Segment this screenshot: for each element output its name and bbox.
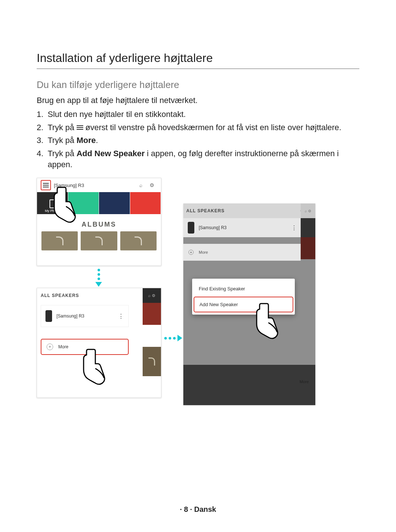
step-4: Tryk på Add New Speaker i appen, og følg… (37, 148, 359, 170)
tile-myphone-label: My Phone (45, 209, 60, 213)
step-1: Slut den nye højttaler til en stikkontak… (37, 109, 359, 120)
panel3-header: ALL SPEAKERS (186, 208, 300, 213)
step-3-pre: Tryk på (48, 136, 77, 145)
speaker-icon (188, 222, 194, 234)
albums-label: ALBUMS (37, 214, 161, 231)
step-2: Tryk på øverst til venstre på hovedskærm… (37, 122, 359, 133)
tile-red[interactable] (130, 192, 161, 214)
step-3-more: More (77, 136, 96, 145)
speaker-name: [Samsung] R3 (199, 225, 291, 230)
plus-icon: + (188, 250, 194, 255)
step-4-pre: Tryk på (48, 149, 77, 158)
hamburger-icon[interactable] (41, 180, 51, 190)
screenshot-speakerlist: ⌕ ⚙ ALL SPEAKERS Close [Samsung] R3 ⋮ + … (37, 288, 161, 398)
screenshot-popup: ⌕ ⚙ ALL SPEAKERS Close [Samsung] R3 ⋮ + … (183, 203, 315, 405)
menu-icon (77, 124, 83, 131)
app-title: [Samsung] R3 (51, 183, 139, 188)
plus-icon: + (47, 344, 53, 350)
panel2-header: ALL SPEAKERS (41, 293, 145, 298)
section-heading: Installation af yderligere højttalere (37, 51, 359, 69)
note-icon (95, 236, 103, 245)
steps-list: Slut den nye højttaler til en stikkontak… (37, 109, 359, 170)
album-thumb[interactable] (41, 231, 78, 250)
intro-text: Brug en app til at føje højttalere til n… (37, 96, 359, 105)
step-2-pre: Tryk på (48, 123, 77, 132)
bottom-more-label: More (300, 379, 309, 384)
diagram-area: [Samsung] R3 ⌕ ⚙ My Phone ALBUMS ⌕ ⚙ (37, 178, 359, 427)
kebab-icon[interactable]: ⋮ (291, 224, 301, 231)
tile-green[interactable] (68, 192, 99, 214)
arrow-down-icon (95, 269, 102, 287)
speaker-row[interactable]: [Samsung] R3 ⋮ (41, 305, 129, 327)
tile-navy[interactable] (99, 192, 130, 214)
speaker-name: [Samsung] R3 (56, 313, 118, 319)
step-2-post: øverst til venstre på hovedskærmen for a… (85, 123, 341, 132)
step-4-add: Add New Speaker (77, 149, 145, 158)
album-thumb[interactable] (81, 231, 117, 250)
sub-heading: Du kan tilføje yderligere højttalere (37, 79, 359, 91)
note-icon (56, 236, 63, 245)
step-3-post: . (96, 136, 98, 145)
speaker-row[interactable]: [Samsung] R3 ⋮ (183, 218, 301, 237)
more-row[interactable]: + More (183, 244, 301, 261)
page-footer: · 8 · Dansk (0, 505, 396, 514)
find-existing-option[interactable]: Find Existing Speaker (192, 281, 295, 297)
note-icon (135, 236, 142, 245)
screenshot-albums: [Samsung] R3 ⌕ ⚙ My Phone ALBUMS (37, 178, 161, 266)
more-label: More (58, 344, 68, 349)
speaker-popup: Find Existing Speaker Add New Speaker (192, 279, 295, 315)
tile-myphone[interactable]: My Phone (37, 192, 68, 214)
album-thumb[interactable] (120, 231, 157, 250)
step-3: Tryk på More. (37, 135, 359, 146)
arrow-right-icon (164, 335, 182, 341)
search-settings-icons[interactable]: ⌕ ⚙ (139, 182, 157, 188)
kebab-icon[interactable]: ⋮ (118, 313, 128, 320)
add-new-speaker-option[interactable]: Add New Speaker (194, 297, 293, 312)
speaker-icon (45, 310, 52, 322)
phone-icon (50, 199, 55, 208)
more-button[interactable]: + More (41, 339, 129, 355)
more-label: More (199, 250, 208, 254)
